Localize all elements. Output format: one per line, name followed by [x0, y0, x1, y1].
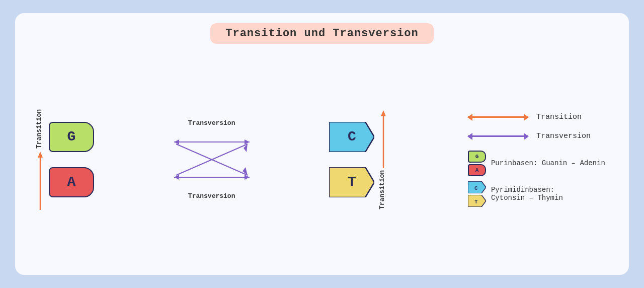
svg-marker-1: [38, 152, 43, 158]
legend: Transition Transversion G A: [468, 112, 609, 207]
base-c-wrapper: C: [329, 122, 374, 152]
transition-left-container: Transition: [35, 109, 45, 210]
legend-transition-row: Transition: [468, 112, 609, 122]
purine-bases: G A: [49, 122, 94, 197]
legend-purine-row: G A Purinbasen: Guanin – Adenin: [468, 151, 609, 176]
svg-text:C: C: [474, 185, 478, 191]
legend-purine-label: Purinbasen: Guanin – Adenin: [491, 159, 605, 167]
legend-transition-arrow: [468, 112, 528, 122]
transition-right-arrow: [379, 109, 387, 169]
content-area: Transition G A: [30, 54, 614, 265]
right-diagram: C T Transition: [329, 109, 388, 210]
transversion-bottom-label: Transversion: [188, 192, 235, 200]
legend-pyrimidine-row: C T Pyrimidinbasen: Cytonsin – Thymin: [468, 181, 609, 207]
left-diagram: Transition G A: [35, 109, 94, 210]
title-box: Transition und Transversion: [210, 23, 433, 44]
legend-transversion-arrow: [468, 131, 528, 141]
base-a-shape: A: [49, 167, 94, 197]
mini-c-wrapper: C: [468, 181, 486, 193]
purine-mini-shapes: G A: [468, 151, 486, 176]
svg-text:T: T: [474, 199, 478, 205]
transversion-top-label: Transversion: [188, 119, 235, 127]
base-t-wrapper: T: [329, 167, 374, 197]
transition-right-container: Transition: [378, 109, 388, 210]
cross-arrows-svg: [169, 132, 255, 187]
middle-section: Transversion Transversion: [169, 119, 255, 200]
svg-marker-16: [381, 110, 386, 116]
base-c-label: C: [348, 129, 356, 145]
transition-left-label: Transition: [35, 109, 43, 149]
pyrimidine-bases: C T: [329, 122, 374, 197]
transition-right-label: Transition: [378, 170, 386, 209]
transition-left-arrow: [36, 151, 44, 210]
legend-transition-label: Transition: [536, 113, 582, 121]
base-g-shape: G: [49, 122, 94, 152]
legend-bases: G A Purinbasen: Guanin – Adenin: [468, 151, 609, 207]
mini-base-g: G: [468, 151, 486, 163]
mini-t-wrapper: T: [468, 195, 486, 207]
pyrimidine-mini-shapes: C T: [468, 181, 486, 207]
base-t-label: T: [348, 174, 356, 190]
mini-base-a: A: [468, 164, 486, 176]
legend-transversion-label: Transversion: [536, 132, 591, 140]
legend-pyrimidine-label: Pyrimidinbasen: Cytonsin – Thymin: [491, 186, 572, 202]
page-title: Transition und Transversion: [225, 27, 418, 40]
legend-transversion-row: Transversion: [468, 131, 609, 141]
main-card: Transition und Transversion Transition: [15, 13, 629, 275]
